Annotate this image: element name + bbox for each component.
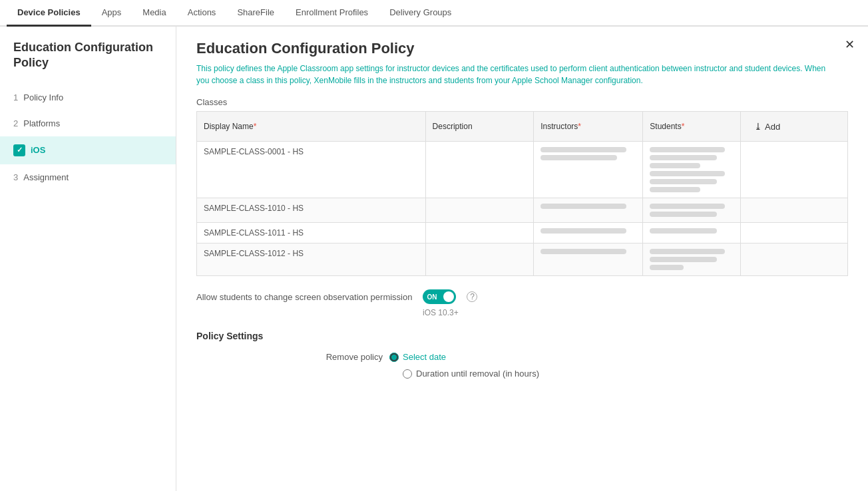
- add-class-button[interactable]: ⤓ Add: [748, 117, 787, 136]
- cell-display-name: SAMPLE-CLASS-0001 - HS: [197, 142, 426, 198]
- help-icon[interactable]: ?: [467, 291, 477, 302]
- col-description: Description: [425, 112, 534, 142]
- add-icon: ⤓: [754, 121, 762, 132]
- sidebar: Education Configuration Policy 1 Policy …: [0, 27, 176, 491]
- sidebar-step-ios[interactable]: ✓ iOS: [0, 136, 176, 164]
- sidebar-title: Education Configuration Policy: [0, 40, 176, 84]
- main-content: ✕ Education Configuration Policy This po…: [176, 27, 868, 491]
- cell-students: [643, 223, 741, 244]
- select-date-option[interactable]: Select date: [389, 352, 446, 362]
- cell-students: [643, 142, 741, 198]
- duration-removal-row: Duration until removal (in hours): [403, 369, 848, 379]
- select-date-radio[interactable]: [389, 353, 399, 362]
- remove-policy-label: Remove policy: [250, 352, 383, 362]
- nav-apps[interactable]: Apps: [91, 0, 132, 27]
- cell-instructors: [534, 244, 643, 276]
- cell-description: [425, 244, 534, 276]
- main-layout: Education Configuration Policy 1 Policy …: [0, 27, 868, 491]
- cell-description: [425, 223, 534, 244]
- classes-section-label: Classes: [196, 97, 848, 107]
- sidebar-step-assignment[interactable]: 3 Assignment: [0, 164, 176, 190]
- sidebar-step-policy-info[interactable]: 1 Policy Info: [0, 84, 176, 110]
- col-add: ⤓ Add: [741, 112, 848, 142]
- cell-display-name: SAMPLE-CLASS-1010 - HS: [197, 198, 426, 223]
- screen-observation-label: Allow students to change screen observat…: [196, 292, 412, 302]
- remove-policy-row: Remove policy Select date: [250, 352, 848, 362]
- cell-actions: [741, 223, 848, 244]
- close-button[interactable]: ✕: [845, 37, 855, 52]
- policy-settings-section: Policy Settings Remove policy Select dat…: [196, 331, 848, 379]
- cell-instructors: [534, 142, 643, 198]
- col-students: Students*: [643, 112, 741, 142]
- panel-title: Education Configuration Policy: [196, 40, 848, 57]
- cell-actions: [741, 198, 848, 223]
- duration-option[interactable]: Duration until removal (in hours): [403, 369, 539, 379]
- classes-table: Display Name* Description Instructors* S…: [196, 111, 848, 276]
- nav-actions[interactable]: Actions: [177, 0, 227, 27]
- panel-description: This policy defines the Apple Classroom …: [196, 63, 829, 86]
- duration-radio[interactable]: [403, 369, 412, 379]
- col-display-name: Display Name*: [197, 112, 426, 142]
- cell-students: [643, 244, 741, 276]
- toggle-knob: [443, 291, 454, 302]
- table-row: SAMPLE-CLASS-0001 - HS: [197, 142, 848, 198]
- cell-description: [425, 198, 534, 223]
- ios-check-icon: ✓: [13, 144, 25, 156]
- cell-instructors: [534, 223, 643, 244]
- col-instructors: Instructors*: [534, 112, 643, 142]
- policy-settings-title: Policy Settings: [196, 331, 848, 341]
- nav-media[interactable]: Media: [132, 0, 176, 27]
- screen-observation-toggle[interactable]: ON: [423, 289, 456, 304]
- sidebar-step-platforms[interactable]: 2 Platforms: [0, 110, 176, 136]
- table-row: SAMPLE-CLASS-1010 - HS: [197, 198, 848, 223]
- cell-actions: [741, 244, 848, 276]
- cell-display-name: SAMPLE-CLASS-1011 - HS: [197, 223, 426, 244]
- table-row: SAMPLE-CLASS-1012 - HS: [197, 244, 848, 276]
- cell-description: [425, 142, 534, 198]
- table-row: SAMPLE-CLASS-1011 - HS: [197, 223, 848, 244]
- screen-observation-row: Allow students to change screen observat…: [196, 289, 848, 304]
- toggle-on-text: ON: [427, 293, 437, 301]
- cell-instructors: [534, 198, 643, 223]
- nav-device-policies[interactable]: Device Policies: [7, 0, 91, 27]
- cell-display-name: SAMPLE-CLASS-1012 - HS: [197, 244, 426, 276]
- cell-actions: [741, 142, 848, 198]
- top-navigation: Device Policies Apps Media Actions Share…: [0, 0, 868, 27]
- ios-version-label: iOS 10.3+: [423, 308, 848, 317]
- nav-sharefile[interactable]: ShareFile: [226, 0, 285, 27]
- nav-enrollment-profiles[interactable]: Enrollment Profiles: [285, 0, 379, 27]
- nav-delivery-groups[interactable]: Delivery Groups: [379, 0, 462, 27]
- cell-students: [643, 198, 741, 223]
